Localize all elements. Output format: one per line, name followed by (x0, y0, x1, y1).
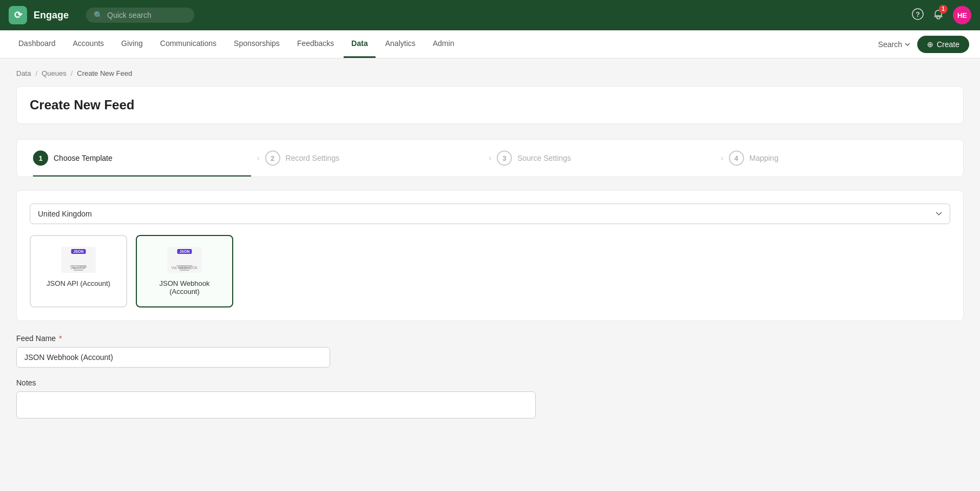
required-star: * (59, 334, 62, 343)
breadcrumb-sep-2: / (71, 69, 73, 77)
global-search-bar[interactable]: 🔍 Quick search (86, 8, 194, 23)
nav-item-communications[interactable]: Communications (153, 30, 224, 58)
notifications-button[interactable]: 1 (932, 8, 944, 23)
feed-name-section: Feed Name * (16, 334, 964, 368)
help-button[interactable]: ? (912, 8, 924, 23)
breadcrumb-current: Create New Feed (77, 69, 132, 77)
step-1: 1 Choose Template (33, 140, 251, 176)
nav-item-analytics[interactable]: Analytics (378, 30, 423, 58)
stepper: 1 Choose Template › 2 Record Settings › … (16, 139, 964, 177)
avatar[interactable]: HE (953, 6, 971, 24)
feed-name-input[interactable] (16, 347, 330, 368)
nav-item-sponsorships[interactable]: Sponsorships (226, 30, 287, 58)
create-label: Create (937, 40, 959, 49)
step-label-1: Choose Template (54, 154, 113, 162)
country-select[interactable]: United Kingdom United States Australia C… (30, 204, 950, 224)
card-icon-json-webhook: JSON Via WEBHOOK (167, 247, 202, 273)
app-title: Engage (34, 10, 69, 21)
step-circle-4: 4 (729, 150, 744, 166)
template-cards: JSON Via HTTP JSON API (Account) JSON (30, 235, 950, 307)
step-4: 4 Mapping (729, 140, 947, 176)
step-underline-1 (33, 175, 251, 176)
logo-icon: ⟳ (14, 9, 22, 21)
notes-input[interactable] (16, 391, 536, 418)
feed-name-label: Feed Name * (16, 334, 964, 343)
nav-items: Dashboard Accounts Giving Communications… (11, 30, 462, 58)
create-icon: ⊕ (927, 40, 933, 49)
search-icon: 🔍 (94, 11, 103, 19)
top-bar-right: ? 1 HE (912, 6, 971, 24)
step-2: 2 Record Settings (265, 140, 483, 176)
secondary-nav: Dashboard Accounts Giving Communications… (0, 30, 980, 58)
step-arrow-3: › (720, 153, 723, 163)
logo-box: ⟳ (9, 6, 27, 24)
step-arrow-1: › (256, 153, 259, 163)
breadcrumb-sep-1: / (35, 69, 37, 77)
step-circle-1: 1 (33, 150, 48, 166)
notification-count: 1 (939, 5, 948, 14)
step-circle-2: 2 (265, 150, 280, 166)
search-label: Search (878, 40, 902, 49)
notes-section: Notes (16, 378, 964, 418)
step-label-4: Mapping (749, 154, 779, 162)
create-button[interactable]: ⊕ Create (917, 36, 969, 53)
step-circle-3: 3 (497, 150, 512, 166)
top-bar-left: ⟳ Engage 🔍 Quick search (9, 6, 194, 24)
template-form-section: United Kingdom United States Australia C… (16, 190, 964, 321)
nav-item-accounts[interactable]: Accounts (65, 30, 112, 58)
nav-right: Search ⊕ Create (878, 36, 969, 53)
search-nav[interactable]: Search (878, 40, 911, 49)
step-arrow-2: › (489, 153, 491, 163)
breadcrumb-data[interactable]: Data (16, 69, 31, 77)
search-placeholder: Quick search (107, 11, 152, 19)
page-content: Data / Queues / Create New Feed Create N… (0, 58, 980, 440)
card-label-json-api: JSON API (Account) (47, 279, 110, 287)
notes-label: Notes (16, 378, 964, 387)
template-card-json-api[interactable]: JSON Via HTTP JSON API (Account) (30, 235, 127, 307)
nav-item-admin[interactable]: Admin (425, 30, 462, 58)
breadcrumb-queues[interactable]: Queues (42, 69, 67, 77)
nav-item-feedbacks[interactable]: Feedbacks (290, 30, 341, 58)
breadcrumb: Data / Queues / Create New Feed (16, 69, 964, 77)
nav-item-data[interactable]: Data (344, 30, 375, 58)
step-label-3: Source Settings (517, 154, 571, 162)
nav-item-giving[interactable]: Giving (114, 30, 150, 58)
card-label-json-webhook: JSON Webhook (Account) (148, 279, 221, 296)
card-icon-json-api: JSON Via HTTP (61, 247, 96, 273)
svg-text:?: ? (916, 10, 920, 18)
nav-item-dashboard[interactable]: Dashboard (11, 30, 63, 58)
top-bar: ⟳ Engage 🔍 Quick search ? 1 HE (0, 0, 980, 30)
template-card-json-webhook[interactable]: JSON Via WEBHOOK JSON Webhook (Account) (136, 235, 233, 307)
step-3: 3 Source Settings (497, 140, 715, 176)
step-label-2: Record Settings (286, 154, 340, 162)
page-title: Create New Feed (16, 86, 964, 124)
